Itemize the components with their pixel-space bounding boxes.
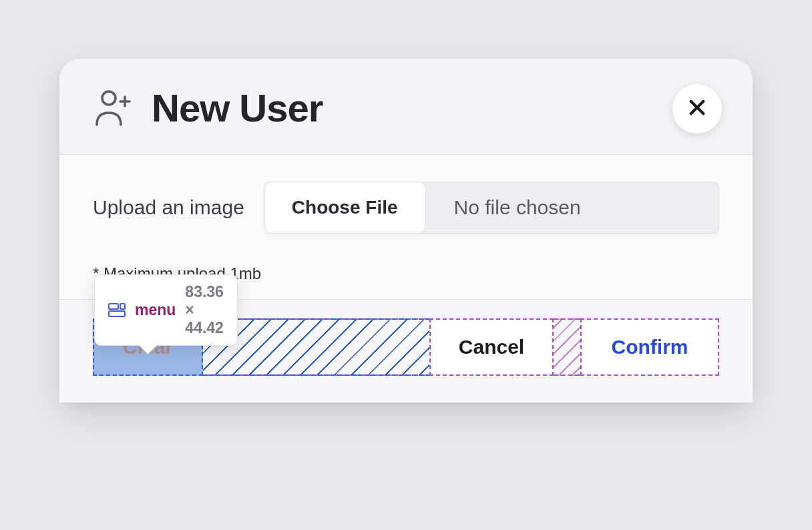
devtools-tooltip: menu 83.36 × 44.42: [94, 274, 238, 346]
close-icon: [686, 97, 708, 121]
cancel-button[interactable]: Cancel: [429, 318, 554, 376]
choose-file-button[interactable]: Choose File: [264, 182, 425, 234]
svg-rect-6: [120, 304, 125, 309]
user-plus-icon: [93, 87, 134, 129]
svg-rect-5: [109, 304, 118, 309]
flex-gap: [554, 318, 580, 376]
confirm-button[interactable]: Confirm: [580, 318, 719, 376]
new-user-dialog: New User Upload an image Choose File No …: [59, 59, 753, 403]
tooltip-dimensions: 83.36 × 44.42: [185, 283, 224, 337]
file-picker[interactable]: Choose File No file chosen: [264, 182, 719, 234]
dialog-footer: Clear menu 83.36 × 44.42 Cancel: [59, 299, 753, 403]
flex-layout-icon: [108, 303, 126, 318]
svg-point-0: [102, 91, 116, 105]
close-button[interactable]: [672, 84, 722, 134]
flex-inspector-overlay: Clear menu 83.36 × 44.42 Cancel: [93, 318, 719, 376]
file-status: No file chosen: [425, 182, 719, 233]
svg-rect-7: [109, 311, 125, 316]
dialog-header: New User: [59, 59, 753, 154]
clear-button[interactable]: Clear menu 83.36 × 44.42: [93, 318, 203, 376]
upload-row: Upload an image Choose File No file chos…: [93, 182, 719, 234]
dialog-title: New User: [152, 85, 323, 130]
tooltip-element-name: menu: [135, 301, 176, 319]
upload-label: Upload an image: [93, 196, 244, 219]
